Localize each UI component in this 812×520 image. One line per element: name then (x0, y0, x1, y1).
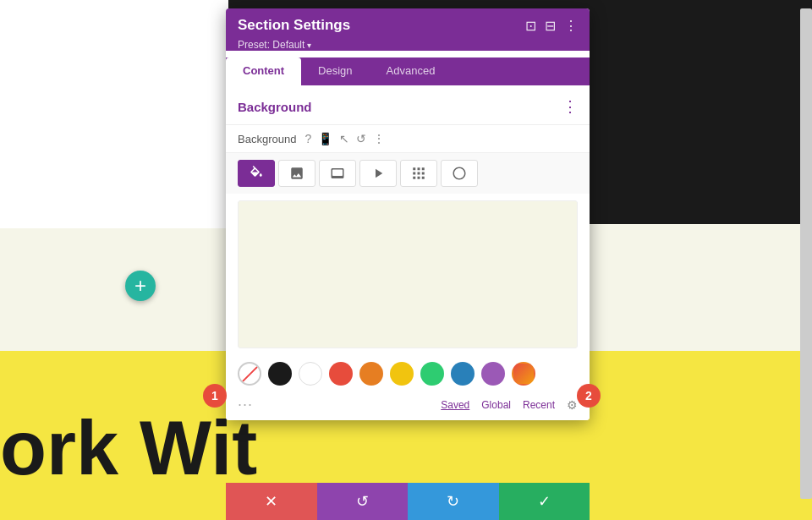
save-icon: ✓ (538, 492, 551, 511)
reset-icon[interactable]: ↺ (356, 132, 366, 145)
color-swatches-area (226, 355, 590, 392)
swatch-purple[interactable] (481, 362, 505, 386)
more-options-icon[interactable]: ⋮ (564, 18, 578, 34)
paper-area (0, 0, 228, 228)
cursor-icon[interactable]: ↖ (339, 132, 349, 145)
redo-button[interactable]: ↻ (408, 483, 499, 520)
color-tab-global[interactable]: Global (481, 399, 511, 411)
cancel-icon: ✕ (265, 492, 277, 511)
swatch-orange[interactable] (359, 362, 383, 386)
redo-icon: ↻ (447, 492, 459, 511)
color-tab-recent[interactable]: Recent (523, 399, 555, 411)
background-title: Background (238, 100, 312, 114)
swatch-white[interactable] (299, 362, 322, 386)
panel-tabs: Content Design Advanced (226, 57, 590, 85)
bg-type-image-button[interactable] (278, 160, 315, 187)
background-type-row (226, 153, 590, 194)
device-icon[interactable]: 📱 (318, 132, 332, 145)
swatch-transparent[interactable] (238, 362, 261, 386)
bg-type-pattern-button[interactable] (400, 160, 437, 187)
panel-preset[interactable]: Preset: Default ▾ (238, 39, 578, 51)
plus-icon: + (134, 274, 146, 298)
panel-title: Section Settings (238, 17, 350, 34)
responsive-icon[interactable]: ⊡ (525, 18, 536, 34)
right-sidebar-handle[interactable] (800, 8, 812, 499)
swatch-yellow[interactable] (390, 362, 414, 386)
swatch-gradient[interactable] (512, 362, 535, 386)
section-options-icon[interactable]: ⋮ (562, 97, 578, 116)
save-button[interactable]: ✓ (499, 483, 590, 520)
action-bar: ✕ ↺ ↻ ✓ (226, 483, 590, 520)
color-preview-area[interactable] (238, 200, 578, 348)
tab-design[interactable]: Design (301, 57, 369, 85)
dots-button[interactable]: ··· (238, 396, 253, 413)
color-tab-saved[interactable]: Saved (441, 399, 469, 411)
background-row-icons: ? 📱 ↖ ↺ ⋮ (304, 132, 385, 145)
color-tabs-row: ··· Saved Global Recent ⚙ (226, 392, 590, 420)
swatch-black[interactable] (268, 362, 292, 386)
bg-type-image2-button[interactable] (319, 160, 356, 187)
undo-button[interactable]: ↺ (317, 483, 409, 520)
hero-text: ork Wit (0, 410, 257, 486)
undo-icon: ↺ (356, 492, 369, 511)
help-icon[interactable]: ? (304, 132, 311, 145)
preset-arrow: ▾ (307, 41, 311, 50)
background-section-header: Background ⋮ (226, 85, 590, 125)
layout-icon[interactable]: ⊟ (545, 18, 556, 34)
panel-header-icons: ⊡ ⊟ ⋮ (525, 18, 578, 34)
settings-icon[interactable]: ⚙ (567, 398, 578, 412)
tab-advanced[interactable]: Advanced (370, 57, 453, 85)
bg-type-mask-button[interactable] (441, 160, 478, 187)
tab-content[interactable]: Content (226, 57, 301, 85)
panel-body: Background ⋮ Background ? 📱 ↖ ↺ ⋮ (226, 85, 590, 420)
background-row: Background ? 📱 ↖ ↺ ⋮ (226, 125, 590, 153)
panel-header-top: Section Settings ⊡ ⊟ ⋮ (238, 17, 578, 34)
bg-type-video-button[interactable] (359, 160, 397, 187)
section-settings-panel: Section Settings ⊡ ⊟ ⋮ Preset: Default ▾… (226, 8, 590, 420)
add-section-button[interactable]: + (125, 271, 156, 301)
badge-2: 2 (577, 384, 601, 408)
swatch-red[interactable] (329, 362, 353, 386)
panel-header: Section Settings ⊡ ⊟ ⋮ Preset: Default ▾ (226, 8, 590, 51)
badge-1: 1 (203, 384, 227, 408)
swatch-green[interactable] (420, 362, 444, 386)
more-icon[interactable]: ⋮ (373, 132, 385, 145)
background-label: Background (238, 133, 296, 145)
swatch-blue[interactable] (451, 362, 475, 386)
bg-type-color-button[interactable] (238, 160, 275, 187)
cancel-button[interactable]: ✕ (226, 483, 317, 520)
